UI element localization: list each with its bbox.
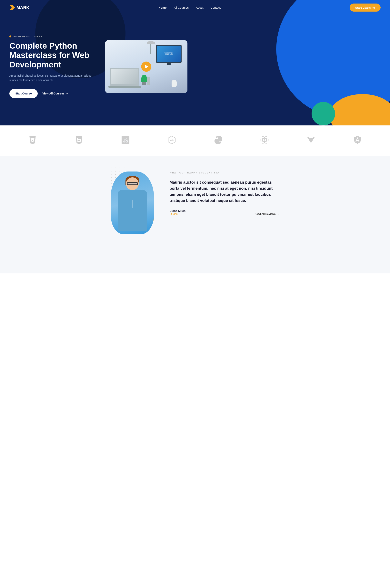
laptop [110,68,140,86]
testimonial-footer: Elena Miles Student Read All Reviews → [170,209,279,215]
decorative-dot [111,183,112,184]
hero-title: Complete Python Masterclass for Web Deve… [9,41,96,70]
svg-point-5 [264,139,265,140]
monitor-text: WORK FROMANYWHERE [164,52,173,56]
testimonial-section: WHAT OUR HAPPY STUDENT SAY Mauris auctor… [0,156,390,250]
mouse [172,80,177,87]
decorative-dot [124,171,125,172]
decorative-dot [115,171,116,172]
css3-icon [74,135,84,146]
nav-all-courses[interactable]: All Courses [174,6,189,9]
decorative-dot [111,174,112,175]
student-photo [111,172,154,234]
student-image-area [111,168,158,234]
nav-home[interactable]: Home [158,6,167,9]
hoodie-string [132,200,133,208]
video-thumbnail: WORK FROMANYWHERE [105,40,188,93]
nav-about[interactable]: About [196,6,203,9]
nav-contact[interactable]: Contact [211,6,221,9]
start-learning-button[interactable]: Start Learning [350,3,381,12]
arrow-icon: → [277,213,279,215]
lamp-head [147,41,155,44]
tech-logos-section: node [0,126,390,156]
view-all-label: View All Courses [42,92,64,95]
plant-pot [142,82,146,85]
decorative-dot [119,171,120,172]
react-icon [260,135,269,146]
html5-icon [28,135,37,146]
hero-video-card: WORK FROMANYWHERE [105,40,188,93]
read-all-label: Read All Reviews [254,213,276,215]
plant [141,75,147,85]
badge-dot [9,36,11,38]
testimonial-quote: Mauris auctor sit consequat sed aenean p… [170,179,279,204]
view-all-courses-button[interactable]: View All Courses → [42,92,68,95]
hero-content: ON-DEMAND COURSE Complete Python Masterc… [0,16,390,110]
decorative-dot [115,177,116,178]
decorative-dot [111,177,112,178]
hero-section: ON-DEMAND COURSE Complete Python Masterc… [0,0,390,126]
testimonial-label: WHAT OUR HAPPY STUDENT SAY [170,172,279,174]
hero-text: ON-DEMAND COURSE Complete Python Masterc… [9,35,96,98]
decorative-dot [111,168,112,168]
read-all-reviews-button[interactable]: Read All Reviews → [254,213,279,215]
monitor-stand [167,63,171,65]
start-course-button[interactable]: Start Course [9,89,38,98]
laptop-screen [111,69,139,84]
angular-icon [353,135,362,146]
decorative-dot [111,180,112,181]
badge-label: ON-DEMAND COURSE [13,35,43,38]
decorative-dot [111,186,112,187]
navbar: MARK Home All Courses About Contact Star… [0,0,390,15]
svg-text:node: node [170,139,174,141]
logo-icon [9,5,15,10]
author-role: Student [170,213,186,215]
nav-links: Home All Courses About Contact [158,6,221,9]
vue-icon [306,135,316,146]
logo[interactable]: MARK [9,5,29,10]
author-name: Elena Miles [170,209,186,213]
decorative-dot [124,168,125,168]
nodejs-icon: node [167,135,177,146]
testimonial-author: Elena Miles Student [170,209,186,215]
arrow-icon: → [66,92,68,95]
hero-description: Amet facilisi phasellus lacus, sit massa… [9,74,96,83]
person-glasses [127,182,138,185]
lamp [150,43,151,54]
decorative-dot [111,171,112,172]
svg-rect-0 [122,136,129,144]
hero-badge: ON-DEMAND COURSE [9,35,96,38]
decorative-dot [115,168,116,168]
laptop-base [108,86,141,88]
python-icon [213,135,223,146]
play-icon [145,65,148,69]
play-button[interactable] [141,62,151,72]
bottom-section [0,250,390,273]
brand-name: MARK [16,5,29,10]
plant-leaves [141,75,147,82]
monitor-screen: WORK FROMANYWHERE [157,46,181,62]
decorative-dot [119,168,120,168]
decorative-dot [115,174,116,175]
hero-actions: Start Course View All Courses → [9,89,96,98]
bottle [147,77,150,85]
monitor: WORK FROMANYWHERE [156,45,182,63]
testimonial-content: WHAT OUR HAPPY STUDENT SAY Mauris auctor… [170,168,279,215]
person-hoodie [118,190,147,231]
testimonial-inner: WHAT OUR HAPPY STUDENT SAY Mauris auctor… [111,168,279,234]
js-icon [121,135,130,146]
